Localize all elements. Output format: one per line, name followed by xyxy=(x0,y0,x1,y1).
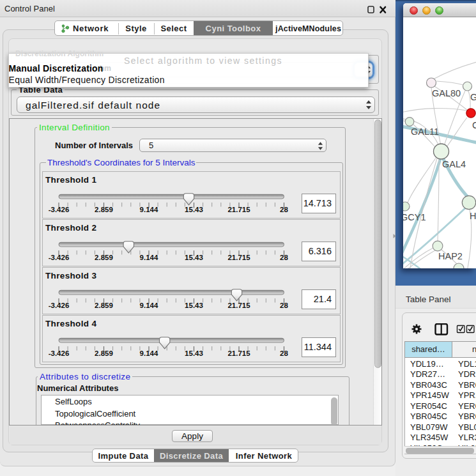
svg-text:21.715: 21.715 xyxy=(227,254,250,261)
svg-text:GAL11: GAL11 xyxy=(411,127,439,137)
svg-text:HI: HI xyxy=(470,211,476,221)
svg-text:28: 28 xyxy=(280,206,288,213)
svg-text:9.144: 9.144 xyxy=(140,206,158,213)
svg-text:15.43: 15.43 xyxy=(185,349,203,357)
svg-text:GAL4: GAL4 xyxy=(442,159,466,169)
svg-text:21.715: 21.715 xyxy=(227,349,250,357)
svg-text:28: 28 xyxy=(280,302,288,309)
svg-text:21.715: 21.715 xyxy=(227,206,250,213)
svg-text:28: 28 xyxy=(280,349,288,357)
svg-text:2.859: 2.859 xyxy=(95,302,113,309)
svg-text:HAP2: HAP2 xyxy=(438,251,463,261)
svg-text:-3.426: -3.426 xyxy=(49,254,70,261)
svg-text:2.859: 2.859 xyxy=(95,206,113,213)
svg-text:15.43: 15.43 xyxy=(185,302,203,309)
svg-text:9.144: 9.144 xyxy=(140,302,158,309)
svg-text:2.859: 2.859 xyxy=(95,349,113,357)
svg-text:9.144: 9.144 xyxy=(140,349,158,357)
svg-text:CB: CB xyxy=(472,120,476,130)
svg-text:-3.426: -3.426 xyxy=(49,302,70,309)
svg-text:21.715: 21.715 xyxy=(227,302,250,309)
svg-text:GCY1: GCY1 xyxy=(403,212,426,222)
svg-text:28: 28 xyxy=(280,254,288,261)
svg-text:GAL80: GAL80 xyxy=(432,88,461,98)
svg-text:-3.426: -3.426 xyxy=(49,349,70,357)
svg-text:-3.426: -3.426 xyxy=(49,206,70,213)
svg-text:9.144: 9.144 xyxy=(140,254,158,261)
svg-text:15.43: 15.43 xyxy=(185,206,203,213)
svg-text:GA: GA xyxy=(470,92,476,102)
svg-text:15.43: 15.43 xyxy=(185,254,203,261)
svg-text:2.859: 2.859 xyxy=(95,254,113,261)
